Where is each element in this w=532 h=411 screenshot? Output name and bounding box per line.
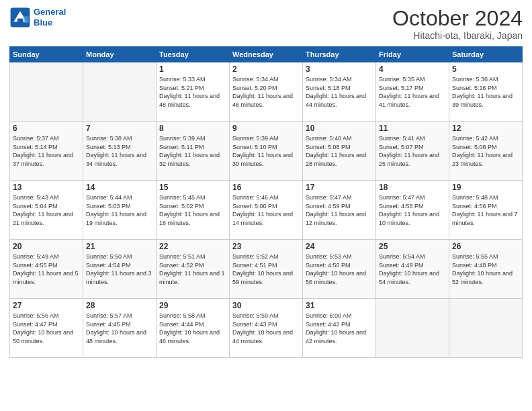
calendar-cell xyxy=(449,299,523,358)
sunrise: Sunrise: 5:55 AM xyxy=(452,253,498,260)
day-detail: Sunrise: 5:41 AMSunset: 5:07 PMDaylight:… xyxy=(379,134,446,168)
day-number: 24 xyxy=(306,242,373,251)
day-detail: Sunrise: 5:34 AMSunset: 5:20 PMDaylight:… xyxy=(232,75,300,109)
day-detail: Sunrise: 5:48 AMSunset: 4:56 PMDaylight:… xyxy=(452,193,519,227)
calendar-cell: 5Sunrise: 5:36 AMSunset: 5:16 PMDaylight… xyxy=(449,62,523,122)
calendar-cell: 3Sunrise: 5:34 AMSunset: 5:18 PMDaylight… xyxy=(303,62,376,122)
sunset: Sunset: 4:48 PM xyxy=(452,262,497,269)
calendar-cell: 22Sunrise: 5:51 AMSunset: 4:52 PMDayligh… xyxy=(157,240,230,299)
daylight: Daylight: 10 hours and 44 minutes. xyxy=(232,329,293,345)
sunrise: Sunrise: 5:58 AM xyxy=(159,312,206,319)
calendar-cell: 31Sunrise: 6:00 AMSunset: 4:42 PMDayligh… xyxy=(303,299,376,358)
sunset: Sunset: 4:56 PM xyxy=(452,203,497,210)
sunrise: Sunrise: 5:48 AM xyxy=(452,194,498,201)
day-number: 1 xyxy=(159,64,226,74)
day-detail: Sunrise: 5:47 AMSunset: 4:59 PMDaylight:… xyxy=(306,193,373,227)
sunrise: Sunrise: 5:47 AM xyxy=(379,194,425,201)
day-detail: Sunrise: 5:43 AMSunset: 5:04 PMDaylight:… xyxy=(13,193,80,227)
daylight: Daylight: 11 hours and 23 minutes. xyxy=(452,152,513,167)
logo-line2: Blue xyxy=(34,17,66,28)
sunset: Sunset: 4:45 PM xyxy=(86,321,131,328)
day-detail: Sunrise: 5:54 AMSunset: 4:49 PMDaylight:… xyxy=(379,253,446,286)
logo-text: General Blue xyxy=(34,7,66,28)
sunrise: Sunrise: 5:42 AM xyxy=(452,135,498,142)
daylight: Daylight: 11 hours and 37 minutes. xyxy=(13,152,73,167)
calendar-cell: 2Sunrise: 5:34 AMSunset: 5:20 PMDaylight… xyxy=(230,62,303,122)
day-detail: Sunrise: 5:52 AMSunset: 4:51 PMDaylight:… xyxy=(232,253,300,286)
daylight: Daylight: 11 hours and 10 minutes. xyxy=(379,211,439,226)
day-detail: Sunrise: 5:36 AMSunset: 5:16 PMDaylight:… xyxy=(452,75,519,109)
calendar-cell: 29Sunrise: 5:58 AMSunset: 4:44 PMDayligh… xyxy=(157,299,230,358)
sunrise: Sunrise: 5:34 AM xyxy=(306,76,352,83)
day-detail: Sunrise: 5:59 AMSunset: 4:43 PMDaylight:… xyxy=(232,312,300,345)
sunset: Sunset: 4:58 PM xyxy=(379,203,424,210)
calendar-cell: 30Sunrise: 5:59 AMSunset: 4:43 PMDayligh… xyxy=(230,299,303,358)
sunrise: Sunrise: 5:33 AM xyxy=(159,76,206,83)
sunrise: Sunrise: 5:39 AM xyxy=(232,135,279,142)
sunrise: Sunrise: 5:46 AM xyxy=(232,194,279,201)
daylight: Daylight: 11 hours and 12 minutes. xyxy=(306,211,366,226)
weekday-header-wednesday: Wednesday xyxy=(230,47,303,62)
calendar-table: SundayMondayTuesdayWednesdayThursdayFrid… xyxy=(9,46,523,358)
calendar-cell: 10Sunrise: 5:40 AMSunset: 5:08 PMDayligh… xyxy=(303,122,376,181)
day-detail: Sunrise: 5:37 AMSunset: 5:14 PMDaylight:… xyxy=(13,134,80,168)
logo-icon xyxy=(9,7,31,28)
sunset: Sunset: 4:49 PM xyxy=(379,262,424,269)
day-number: 15 xyxy=(159,183,226,192)
daylight: Daylight: 11 hours and 39 minutes. xyxy=(452,93,513,108)
sunrise: Sunrise: 5:54 AM xyxy=(379,253,425,260)
sunrise: Sunrise: 5:43 AM xyxy=(13,194,59,201)
calendar-cell: 26Sunrise: 5:55 AMSunset: 4:48 PMDayligh… xyxy=(449,240,523,299)
sunrise: Sunrise: 5:38 AM xyxy=(86,135,132,142)
sunset: Sunset: 4:59 PM xyxy=(306,203,351,210)
sunset: Sunset: 5:03 PM xyxy=(86,203,131,210)
sunrise: Sunrise: 5:34 AM xyxy=(232,76,279,83)
week-row-3: 13Sunrise: 5:43 AMSunset: 5:04 PMDayligh… xyxy=(10,181,523,240)
day-number: 19 xyxy=(452,183,519,192)
day-detail: Sunrise: 6:00 AMSunset: 4:42 PMDaylight:… xyxy=(306,312,373,345)
day-number: 17 xyxy=(306,183,373,192)
calendar-cell: 17Sunrise: 5:47 AMSunset: 4:59 PMDayligh… xyxy=(303,181,376,240)
sunrise: Sunrise: 5:47 AM xyxy=(306,194,352,201)
day-detail: Sunrise: 5:46 AMSunset: 5:00 PMDaylight:… xyxy=(232,193,300,227)
daylight: Daylight: 11 hours and 44 minutes. xyxy=(306,93,366,108)
day-number: 3 xyxy=(306,64,373,74)
calendar-cell: 18Sunrise: 5:47 AMSunset: 4:58 PMDayligh… xyxy=(376,181,449,240)
day-number: 4 xyxy=(379,64,446,74)
day-detail: Sunrise: 5:45 AMSunset: 5:02 PMDaylight:… xyxy=(159,193,226,227)
logo-line1: General xyxy=(34,7,66,17)
sunset: Sunset: 4:51 PM xyxy=(232,262,277,269)
day-number: 30 xyxy=(232,301,300,310)
daylight: Daylight: 11 hours and 30 minutes. xyxy=(232,152,293,167)
sunrise: Sunrise: 5:53 AM xyxy=(306,253,352,260)
daylight: Daylight: 10 hours and 50 minutes. xyxy=(13,329,73,345)
sunset: Sunset: 5:07 PM xyxy=(379,144,424,150)
daylight: Daylight: 10 hours and 48 minutes. xyxy=(86,329,146,345)
sunrise: Sunrise: 5:41 AM xyxy=(379,135,425,142)
day-number: 22 xyxy=(159,242,226,251)
day-number: 10 xyxy=(306,124,373,133)
day-detail: Sunrise: 5:53 AMSunset: 4:50 PMDaylight:… xyxy=(306,253,373,286)
calendar-cell xyxy=(376,299,449,358)
daylight: Daylight: 11 hours and 3 minutes. xyxy=(86,270,152,285)
sunset: Sunset: 4:54 PM xyxy=(86,262,131,269)
sunset: Sunset: 4:42 PM xyxy=(306,321,351,328)
day-detail: Sunrise: 5:44 AMSunset: 5:03 PMDaylight:… xyxy=(86,193,153,227)
sunset: Sunset: 4:52 PM xyxy=(159,262,204,269)
sunrise: Sunrise: 5:39 AM xyxy=(159,135,206,142)
week-row-5: 27Sunrise: 5:56 AMSunset: 4:47 PMDayligh… xyxy=(10,299,523,358)
sunrise: Sunrise: 5:37 AM xyxy=(13,135,59,142)
sunset: Sunset: 5:18 PM xyxy=(306,85,351,91)
sunset: Sunset: 5:02 PM xyxy=(159,203,204,210)
day-detail: Sunrise: 5:33 AMSunset: 5:21 PMDaylight:… xyxy=(159,75,226,109)
daylight: Daylight: 11 hours and 21 minutes. xyxy=(13,211,73,226)
day-number: 7 xyxy=(86,124,153,133)
sunrise: Sunrise: 5:50 AM xyxy=(86,253,132,260)
sunrise: Sunrise: 5:45 AM xyxy=(159,194,206,201)
sunset: Sunset: 4:55 PM xyxy=(13,262,58,269)
calendar-cell: 9Sunrise: 5:39 AMSunset: 5:10 PMDaylight… xyxy=(230,122,303,181)
daylight: Daylight: 11 hours and 28 minutes. xyxy=(306,152,366,167)
daylight: Daylight: 11 hours and 14 minutes. xyxy=(232,211,293,226)
sunrise: Sunrise: 5:57 AM xyxy=(86,312,132,319)
sunset: Sunset: 5:14 PM xyxy=(13,144,58,150)
